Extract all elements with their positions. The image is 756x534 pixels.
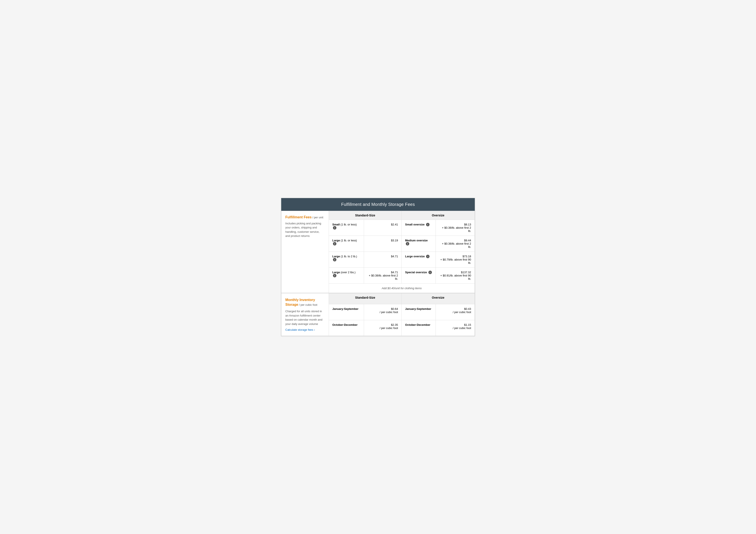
fulfillment-description: Includes picking and packing your orders… — [285, 221, 325, 238]
oversize-price-1: $8.13+ $0.38/lb. above first 2 lb. — [436, 220, 474, 236]
standard-size-name-3: Large (1 lb. to 2 lb.) i — [329, 251, 364, 267]
oversize-name-1: Small oversize i — [401, 220, 436, 236]
info-icon-medium-oversize[interactable]: i — [406, 242, 409, 245]
oversize-header: Oversize — [401, 211, 474, 220]
info-icon-small-oversize[interactable]: i — [426, 223, 429, 226]
storage-standard-period-1: January-September — [329, 304, 364, 320]
oversize-name-4: Special oversize i — [401, 267, 436, 283]
standard-size-name-2: Large (1 lb. or less) i — [329, 236, 364, 251]
storage-standard-period-2: October-December — [329, 320, 364, 336]
fulfillment-label-cell: Fulfillment Fees / per unit Includes pic… — [282, 211, 329, 293]
info-icon-1[interactable]: i — [333, 226, 337, 230]
fulfillment-subtitle: / per unit — [311, 216, 323, 219]
standard-size-header: Standard-Size — [329, 211, 402, 220]
standard-size-name-4: Large (over 2 lbs.) i — [329, 267, 364, 283]
storage-subtitle: / per cubic foot — [298, 303, 317, 306]
standard-price-3: $4.71 — [364, 251, 401, 267]
storage-subheader-row: Monthly InventoryStorage / per cubic foo… — [282, 293, 475, 304]
storage-label-cell: Monthly InventoryStorage / per cubic foo… — [282, 293, 329, 336]
clothing-note: Add $0.40/unit for clothing items — [329, 283, 475, 293]
storage-standard-header: Standard-Size — [329, 293, 402, 304]
calculate-storage-link[interactable]: Calculate storage fees › — [285, 328, 325, 331]
storage-oversize-header: Oversize — [401, 293, 474, 304]
oversize-price-4: $137.32+ $0.91/lb. above first 90 lb. — [436, 267, 474, 283]
storage-oversize-price-2: $1.15/ per cubic foot — [436, 320, 474, 336]
fees-table: Fulfillment Fees / per unit Includes pic… — [281, 211, 475, 336]
storage-standard-price-2: $2.35/ per cubic foot — [364, 320, 401, 336]
storage-standard-price-1: $0.64/ per cubic foot — [364, 304, 401, 320]
info-icon-special-oversize[interactable]: i — [428, 271, 432, 274]
storage-oversize-price-1: $0.43/ per cubic foot — [436, 304, 474, 320]
info-icon-3[interactable]: i — [333, 258, 337, 261]
fulfillment-subheader-row: Fulfillment Fees / per unit Includes pic… — [282, 211, 475, 220]
info-icon-2[interactable]: i — [333, 242, 337, 245]
oversize-name-3: Large oversize i — [401, 251, 436, 267]
standard-size-name-1: Small (1 lb. or less) i — [329, 220, 364, 236]
storage-oversize-period-2: October-December — [401, 320, 436, 336]
main-container: Fulfillment and Monthly Storage Fees Ful… — [281, 198, 475, 336]
standard-price-2: $3.19 — [364, 236, 401, 251]
oversize-price-3: $73.18+ $0.79/lb. above first 90 lb. — [436, 251, 474, 267]
storage-oversize-period-1: January-September — [401, 304, 436, 320]
fulfillment-title: Fulfillment Fees — [285, 215, 311, 219]
oversize-price-2: $9.44+ $0.38/lb. above first 2 lb. — [436, 236, 474, 251]
standard-price-4: $4.71+ $0.38/lb. above first 2 lb. — [364, 267, 401, 283]
info-icon-4[interactable]: i — [333, 274, 337, 277]
oversize-name-2: Medium oversize i — [401, 236, 436, 251]
info-icon-large-oversize[interactable]: i — [426, 255, 429, 258]
standard-price-1: $2.41 — [364, 220, 401, 236]
storage-description: Charged for all units stored in an Amazo… — [285, 309, 325, 326]
page-title: Fulfillment and Monthly Storage Fees — [281, 198, 475, 211]
